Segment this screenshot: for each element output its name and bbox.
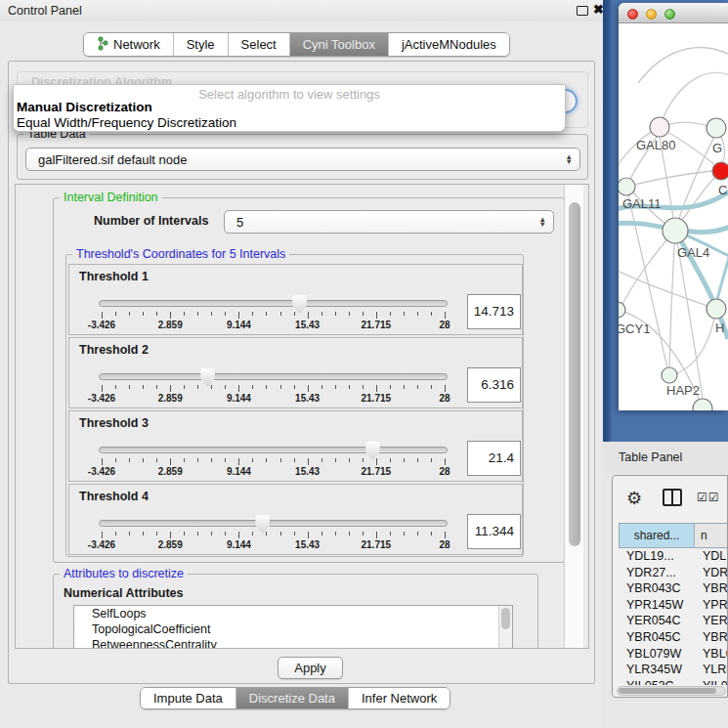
network-node[interactable] [693,399,712,410]
tab-impute-data[interactable]: Impute Data [141,688,236,708]
table-row[interactable]: YIL053CYIL0 [619,678,728,685]
tick-mark [390,532,391,535]
threshold-value-field[interactable]: 21.4 [467,441,521,476]
tick-mark [308,532,309,538]
cell-name: YDR2 [695,565,728,581]
tick-label: 28 [439,393,450,404]
slider-thumb[interactable] [200,368,215,387]
slider-track[interactable] [99,520,448,527]
tick-mark [280,385,281,389]
table-horizontal-scrollbar[interactable] [617,686,726,696]
table-row[interactable]: YBR043CYBR0 [619,580,728,597]
tab-jactivemnodules[interactable]: jActiveMNodules [389,33,509,56]
tab-discretize-data[interactable]: Discretize Data [236,688,349,708]
network-node-hap2[interactable] [662,367,677,383]
table-row[interactable]: YDR27...YDR2 [619,565,728,581]
network-node-g[interactable] [707,118,726,138]
slider-thumb[interactable] [255,515,270,534]
control-panel-titlebar: Control Panel ✖ [0,0,603,21]
table-row[interactable]: YBR045CYBR0 [619,629,728,646]
apply-button[interactable]: Apply [278,657,343,679]
network-node-c[interactable] [712,162,728,180]
tick-mark [376,385,377,392]
slider-track[interactable] [99,373,448,380]
table-row[interactable]: YLR345WYLR3 [619,662,728,678]
table-row[interactable]: YBL079WYBL0 [619,646,728,663]
threshold-value-field[interactable]: 14.713 [467,294,521,329]
tab-network[interactable]: Network [84,33,174,56]
network-node-h[interactable] [707,299,726,319]
tick-mark [156,312,157,316]
column-header-shared-name[interactable]: shared... [619,523,695,548]
network-edge [621,231,675,308]
zoom-window-icon[interactable] [664,9,675,20]
network-node-gal4[interactable] [663,218,688,243]
tick-mark [238,385,239,392]
cyni-toolbox-panel: Discretization Algorithm Select algorith… [8,61,595,684]
number-of-intervals-combo[interactable]: 5 ▲▼ [224,210,554,234]
tab-style[interactable]: Style [174,33,229,56]
algorithm-option-manual[interactable]: Manual Discretization [17,100,557,114]
table-row[interactable]: YPR145WYPR1 [619,597,728,614]
attributes-group: Attributes to discretize Numerical Attri… [53,574,538,649]
network-node-gal11[interactable] [619,178,635,195]
gear-icon[interactable]: ⚙ [626,488,642,509]
interval-definition-label: Interval Definition [60,191,162,204]
tick-mark [294,458,295,462]
tick-mark [170,532,171,538]
threshold-value-field[interactable]: 6.316 [467,367,521,403]
select-columns-icon[interactable]: ☑☑ [697,491,720,504]
slider-thumb[interactable] [365,442,380,460]
tick-mark [266,458,267,462]
close-window-icon[interactable] [627,9,638,20]
tick-label: -3.426 [88,539,115,550]
column-header-name[interactable]: n [695,523,728,548]
thresholds-group-label: Threshold's Coordinates for 5 Intervals [72,247,289,261]
tick-mark [197,385,198,389]
threshold-panel-2: Threshold 2-3.4262.8599.14415.4321.71528… [68,337,523,408]
tick-mark [170,385,171,392]
tick-mark [197,312,198,316]
table-hscrollbar-thumb[interactable] [619,688,716,694]
minimize-window-icon[interactable] [646,9,657,20]
tab-label: Infer Network [362,691,437,706]
attribute-list-item[interactable]: BetweennessCentrality [74,637,512,649]
tab-infer-network[interactable]: Infer Network [349,688,450,708]
list-scrollbar-thumb[interactable] [501,608,510,629]
tab-cyni-toolbox[interactable]: Cyni Toolbox [290,33,389,56]
tick-mark [445,312,446,319]
algorithm-option-equal-width[interactable]: Equal Width/Frequency Discretization [17,115,557,130]
split-columns-icon[interactable] [663,489,682,506]
table-panel-titlebar: Table Panel [603,442,728,473]
tick-label: 15.43 [295,466,320,477]
table-row[interactable]: YER054CYER0 [619,613,728,629]
table-panel-title: Table Panel [619,450,682,464]
tick-mark [184,532,185,535]
network-node-gcy1[interactable] [619,302,625,318]
settings-vertical-scrollbar[interactable] [564,185,583,648]
network-canvas[interactable]: GAL80GCGAL11GAL4GCY1HHAP2 [619,24,728,410]
tick-mark [252,312,253,316]
threshold-value-field[interactable]: 11.344 [467,514,521,549]
attribute-list-item[interactable]: TopologicalCoefficient [74,621,512,637]
tick-mark [376,312,377,319]
cell-name: YBR0 [695,580,728,597]
slider-track[interactable] [99,300,448,307]
tab-select[interactable]: Select [229,33,290,56]
table-row[interactable]: YDL19...YDL1 [619,548,728,565]
float-panel-icon[interactable] [577,6,588,16]
network-node-gal80[interactable] [650,117,669,137]
cell-name: YIL0 [695,678,728,685]
tick-label: 9.144 [227,466,251,477]
tick-mark [252,532,253,535]
tick-mark [102,312,103,319]
cell-name: YBR0 [695,629,728,646]
cell-shared-name: YIL053C [619,678,695,685]
attribute-list-item[interactable]: SelfLoops [74,606,512,621]
settings-scrollbar-thumb[interactable] [569,202,580,546]
slider-track[interactable] [99,447,448,453]
list-scrollbar[interactable] [498,606,512,649]
table-data-combo[interactable]: galFiltered.sif default node ▲▼ [25,148,580,171]
cell-name: YPR1 [695,597,728,614]
tick-mark [238,312,239,319]
